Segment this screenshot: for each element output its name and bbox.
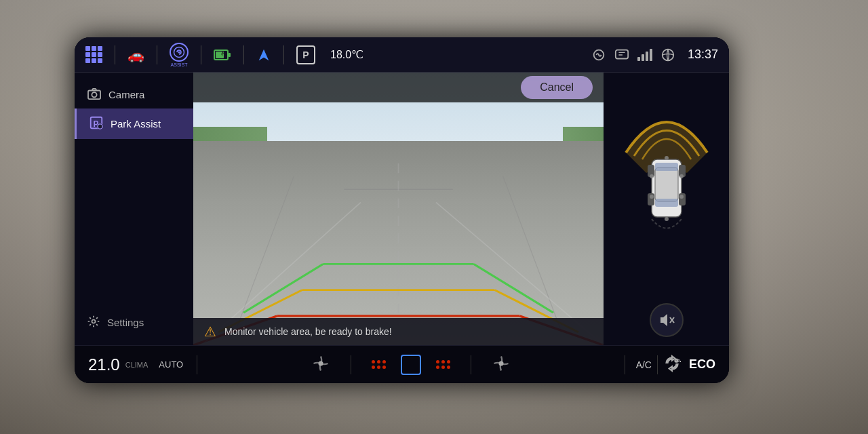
divider xyxy=(115,45,115,64)
bottom-divider-4 xyxy=(625,355,625,374)
wireless-charging-icon xyxy=(591,47,606,62)
cancel-button[interactable]: Cancel xyxy=(521,76,593,99)
camera-area: Cancel xyxy=(193,73,604,345)
divider xyxy=(283,45,284,64)
parking-guide-lines xyxy=(193,73,604,345)
svg-rect-7 xyxy=(616,50,628,58)
fan-left-icon[interactable] xyxy=(311,354,330,376)
bottom-divider-2 xyxy=(351,355,351,374)
status-bar: 🚗 ASSIST xyxy=(75,37,729,73)
svg-point-10 xyxy=(92,92,96,97)
bottom-divider-5 xyxy=(657,355,658,374)
svg-rect-3 xyxy=(229,53,231,57)
camera-label: Camera xyxy=(108,89,144,100)
svg-marker-5 xyxy=(259,49,269,60)
clima-label: CLIMA xyxy=(125,361,149,369)
ac-label[interactable]: A/C xyxy=(636,359,652,370)
temperature-display: 18.0℃ xyxy=(330,48,363,61)
svg-line-22 xyxy=(474,264,553,313)
warning-bar: ⚠ Monitor vehicle area, be ready to brak… xyxy=(193,318,604,345)
divider xyxy=(157,45,157,64)
svg-rect-32 xyxy=(655,167,678,201)
sidebar-item-camera[interactable]: Camera xyxy=(75,81,193,108)
svg-point-1 xyxy=(178,51,180,53)
svg-point-41 xyxy=(679,174,684,178)
auto-mode-label: AUTO xyxy=(159,359,183,370)
screen: 🚗 ASSIST xyxy=(75,37,729,383)
camera-header: Cancel xyxy=(193,73,604,102)
assist-label-text: ASSIST xyxy=(171,62,188,67)
svg-point-44 xyxy=(665,217,669,221)
warning-icon: ⚠ xyxy=(204,323,216,340)
bottom-divider-1 xyxy=(197,355,197,374)
divider xyxy=(201,45,201,64)
right-panel xyxy=(604,73,729,345)
clock-display: 13:37 xyxy=(688,47,718,62)
svg-rect-33 xyxy=(655,163,678,171)
grid-menu-icon[interactable] xyxy=(85,46,102,63)
cabin-temperature: 21.0 xyxy=(88,355,120,374)
eco-mode-label: ECO xyxy=(689,357,715,372)
recirculate-icon[interactable]: CO₂ xyxy=(663,355,681,375)
fan-right-icon[interactable] xyxy=(492,354,511,376)
car-icon[interactable]: 🚗 xyxy=(127,47,144,63)
navigation-icon xyxy=(256,47,271,62)
parking-icon[interactable]: P xyxy=(296,45,315,64)
bottom-controls xyxy=(203,354,618,376)
svg-rect-34 xyxy=(655,199,678,207)
divider xyxy=(243,45,244,64)
status-icons-left: 🚗 ASSIST xyxy=(85,43,591,67)
seat-heat-icon[interactable] xyxy=(372,360,386,369)
bottom-divider-3 xyxy=(471,355,471,374)
camera-sidebar-icon xyxy=(87,87,102,102)
park-assist-icon: P xyxy=(89,115,104,132)
message-icon xyxy=(614,47,629,62)
bottom-bar: 21.0 CLIMA AUTO xyxy=(75,345,729,383)
svg-point-42 xyxy=(650,195,654,199)
svg-point-39 xyxy=(665,156,669,160)
assist-circle xyxy=(170,43,189,62)
park-assist-label: Park Assist xyxy=(111,118,161,130)
battery-icon xyxy=(214,48,231,62)
svg-text:CO₂: CO₂ xyxy=(675,358,681,362)
signal-bars-icon xyxy=(637,49,652,61)
settings-label: Settings xyxy=(107,317,144,328)
settings-icon xyxy=(87,315,100,330)
status-icons-right: 13:37 xyxy=(591,47,718,62)
camera-feed xyxy=(193,73,604,345)
main-content: Camera P Park Assist xyxy=(75,73,729,345)
warning-text: Monitor vehicle area, be ready to brake! xyxy=(224,326,392,337)
svg-point-40 xyxy=(650,174,654,178)
svg-point-43 xyxy=(679,195,684,199)
park-assist-status-icon[interactable]: ASSIST xyxy=(170,43,189,67)
screen-bezel: 🚗 ASSIST xyxy=(75,37,729,383)
home-button[interactable] xyxy=(401,355,421,375)
seat-heat-right-icon[interactable] xyxy=(436,360,450,369)
sidebar: Camera P Park Assist xyxy=(75,73,193,345)
sidebar-item-settings[interactable]: Settings xyxy=(75,308,193,337)
mute-button[interactable] xyxy=(650,303,684,337)
sidebar-item-park-assist[interactable]: P Park Assist xyxy=(75,108,193,139)
sensor-arcs xyxy=(612,85,721,295)
svg-marker-45 xyxy=(660,314,667,326)
car-interior: 🚗 ASSIST xyxy=(0,0,868,434)
svg-point-15 xyxy=(92,320,96,323)
globe-wifi-icon xyxy=(660,47,675,62)
bird-eye-view xyxy=(612,85,721,295)
